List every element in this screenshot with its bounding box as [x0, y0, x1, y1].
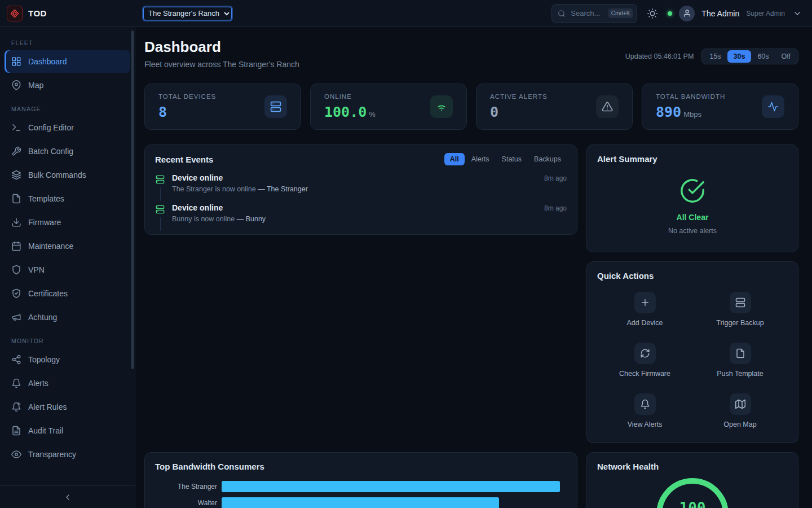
event-filter-backups[interactable]: Backups	[528, 153, 567, 165]
server-icon	[264, 95, 287, 118]
sidebar-item-alert-rules[interactable]: Alert Rules	[5, 396, 130, 418]
event-rail	[155, 173, 165, 201]
right-column: Alert Summary All Clear No active alerts…	[586, 144, 798, 443]
refresh-option-30s[interactable]: 30s	[727, 50, 752, 63]
open-map-button[interactable]: Open Map	[692, 393, 788, 429]
shield-check-icon	[11, 288, 21, 299]
avatar[interactable]	[679, 6, 695, 21]
sidebar-item-certificates[interactable]: Certificates	[5, 282, 130, 305]
page-header-controls: Updated 05:46:01 PM 15s 30s 60s Off	[625, 49, 798, 64]
sidebar-item-maintenance[interactable]: Maintenance	[5, 235, 130, 257]
stat-card-total-devices: TOTAL DEVICES 8	[144, 84, 301, 130]
sidebar-item-alerts[interactable]: Alerts	[5, 372, 130, 395]
sidebar-item-label: Audit Trail	[28, 426, 63, 435]
dashboard-icon	[11, 56, 21, 67]
stat-value: 100.0%	[324, 104, 376, 120]
theme-toggle-button[interactable]	[644, 5, 661, 22]
sidebar-item-dashboard[interactable]: Dashboard	[5, 50, 130, 73]
network-icon	[11, 354, 21, 365]
sidebar-item-config-editor[interactable]: Config Editor	[5, 116, 130, 139]
event-body: Device online 8m ago Bunny is now online…	[172, 203, 567, 231]
stat-text: TOTAL DEVICES 8	[158, 93, 216, 120]
quick-action-label: Push Template	[717, 370, 763, 378]
bandwidth-bar-track	[222, 497, 567, 508]
event-filter-all[interactable]: All	[444, 153, 465, 165]
sidebar-item-vpn[interactable]: VPN	[5, 259, 130, 281]
sidebar-collapse-button[interactable]	[0, 485, 135, 508]
brand: TOD	[0, 6, 135, 21]
fleet-selector[interactable]: The Stranger's Ranch	[143, 7, 232, 20]
stats-row: TOTAL DEVICES 8 ONLINE 100.0% ACTIVE ALE…	[144, 84, 798, 130]
alert-summary-content: All Clear No active alerts	[597, 178, 788, 235]
refresh-option-off[interactable]: Off	[775, 50, 797, 63]
megaphone-icon	[11, 312, 21, 322]
event-row[interactable]: Device online 8m ago Bunny is now online…	[145, 201, 577, 231]
sidebar-item-achtung[interactable]: Achtung	[5, 306, 130, 329]
quick-actions-grid: Add Device Trigger Backup Check Firmware	[597, 291, 788, 429]
check-circle-icon	[679, 178, 705, 204]
sidebar-scrollbar[interactable]	[131, 30, 134, 369]
updated-timestamp: Updated 05:46:01 PM	[625, 52, 694, 60]
topbar-right: Cmd+K The Admin Super Admin	[551, 4, 812, 23]
search-box[interactable]: Cmd+K	[551, 4, 637, 23]
refresh-option-15s[interactable]: 15s	[703, 50, 727, 63]
sidebar-item-label: Dashboard	[28, 57, 67, 66]
sidebar-item-topology[interactable]: Topology	[5, 348, 130, 371]
stat-value: 890Mbps	[656, 104, 725, 120]
file-text-icon	[11, 426, 21, 436]
view-alerts-button[interactable]: View Alerts	[597, 393, 692, 429]
sidebar-item-batch-config[interactable]: Batch Config	[5, 140, 130, 163]
event-filter-status[interactable]: Status	[496, 153, 527, 165]
event-row[interactable]: Device online 8m ago The Stranger is now…	[145, 171, 577, 201]
main-content: Dashboard Fleet overview across The Stra…	[135, 27, 812, 508]
dashboard-grid: Recent Events All Alerts Status Backups …	[144, 144, 798, 508]
alert-detail: No active alerts	[668, 227, 717, 235]
file-icon	[11, 194, 21, 204]
refresh-option-60s[interactable]: 60s	[751, 50, 775, 63]
stat-text: ACTIVE ALERTS 0	[490, 93, 548, 120]
sidebar-section-monitor: MONITOR	[5, 330, 130, 348]
sidebar-item-transparency[interactable]: Transparency	[5, 443, 130, 466]
event-filters: All Alerts Status Backups	[444, 153, 567, 165]
sidebar-item-label: Alerts	[28, 379, 48, 388]
stat-label: TOTAL BANDWIDTH	[656, 93, 725, 100]
eye-icon	[11, 449, 21, 459]
download-icon	[11, 217, 21, 227]
event-filter-alerts[interactable]: Alerts	[466, 153, 495, 165]
stat-card-online: ONLINE 100.0%	[310, 84, 467, 130]
page-title: Dashboard	[144, 38, 299, 56]
wifi-icon	[430, 95, 453, 118]
page-header-titles: Dashboard Fleet overview across The Stra…	[144, 36, 299, 69]
sidebar-item-firmware[interactable]: Firmware	[5, 211, 130, 234]
sidebar-item-label: Bulk Commands	[28, 170, 86, 179]
user-icon	[683, 9, 691, 17]
sidebar-item-bulk-commands[interactable]: Bulk Commands	[5, 164, 130, 186]
event-time: 8m ago	[544, 204, 567, 212]
user-menu-button[interactable]	[792, 5, 803, 22]
wrench-icon	[11, 146, 21, 156]
quick-action-label: View Alerts	[628, 421, 663, 428]
sidebar-item-templates[interactable]: Templates	[5, 187, 130, 210]
stat-label: ONLINE	[324, 93, 376, 100]
event-device: — The Stranger	[258, 185, 308, 193]
sun-icon	[647, 8, 657, 19]
alert-summary-card: Alert Summary All Clear No active alerts	[586, 144, 798, 252]
recent-events-card: Recent Events All Alerts Status Backups …	[144, 144, 577, 235]
sidebar-item-map[interactable]: Map	[5, 74, 130, 97]
user-role: Super Admin	[746, 10, 785, 17]
bell-icon	[634, 393, 656, 415]
push-template-button[interactable]: Push Template	[692, 342, 788, 378]
search-input[interactable]	[570, 8, 604, 18]
trigger-backup-button[interactable]: Trigger Backup	[692, 291, 788, 327]
sidebar-item-label: Achtung	[28, 313, 57, 322]
check-firmware-button[interactable]: Check Firmware	[597, 342, 692, 378]
event-device: — Bunny	[237, 215, 266, 223]
network-health-score: 100	[662, 500, 723, 508]
event-detail: The Stranger is now online — The Strange…	[172, 185, 567, 193]
sidebar-item-label: Certificates	[28, 289, 68, 298]
timeline-connector	[160, 187, 161, 201]
network-health-gauge: 100	[656, 478, 729, 508]
add-device-button[interactable]: Add Device	[597, 291, 692, 327]
plus-icon	[634, 292, 656, 313]
sidebar-item-audit-trail[interactable]: Audit Trail	[5, 419, 130, 442]
